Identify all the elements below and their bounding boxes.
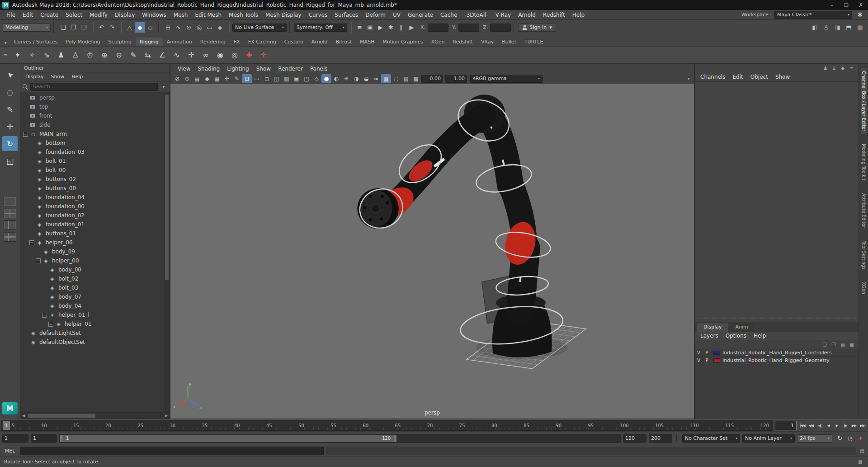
menu-v-ray[interactable]: V-Ray <box>492 12 514 18</box>
exposure-field[interactable]: 0.00 <box>421 75 443 83</box>
outliner-item-foundation-01[interactable]: foundation_01 <box>20 220 164 229</box>
minimize-button[interactable]: – <box>825 0 839 10</box>
shelf-tab-turtle[interactable]: TURTLE <box>520 38 547 46</box>
go-to-end-button[interactable]: ▶▶| <box>859 421 867 430</box>
mirror-skin-weights-icon[interactable]: ⇆ <box>141 48 155 62</box>
select-tool[interactable]: ➤ <box>2 67 18 82</box>
ao-icon[interactable]: ◒ <box>361 74 371 83</box>
playback-icon[interactable]: ▶ <box>406 22 417 33</box>
outliner-item-foundation-02[interactable]: foundation_02 <box>20 211 164 220</box>
ik-handle-icon[interactable]: ⇘ <box>39 48 54 62</box>
render-settings-icon[interactable]: ✱ <box>386 22 396 33</box>
menu-channels[interactable]: Channels <box>697 72 729 81</box>
shelf-tab-rigging[interactable]: Rigging <box>136 38 163 46</box>
lasso-tool[interactable]: ◌ <box>2 85 18 100</box>
layer-tab-anim[interactable]: Anim <box>729 323 755 332</box>
outliner-item-persp[interactable]: persp <box>20 93 164 102</box>
select-object-icon[interactable]: ◆ <box>135 22 145 33</box>
layer-options-icon[interactable]: ▦ <box>848 341 855 348</box>
field-chart-icon[interactable]: ▥ <box>282 74 292 83</box>
rotate-tool[interactable]: ↻ <box>2 136 18 151</box>
menu-layers[interactable]: Layers <box>697 332 722 340</box>
menu-uv[interactable]: UV <box>389 12 404 18</box>
sidebar-tab-xgen[interactable]: XGen <box>861 279 867 297</box>
save-scene-icon[interactable]: ❒ <box>79 22 89 33</box>
outliner-item-buttons-01[interactable]: buttons_01 <box>20 229 164 238</box>
shadows-icon[interactable]: ◑ <box>351 74 361 83</box>
move-tool[interactable]: ✛ <box>2 119 18 134</box>
step-back-key-button[interactable]: ◀| <box>816 421 824 430</box>
menu-surfaces[interactable]: Surfaces <box>331 12 362 18</box>
menu-curves[interactable]: Curves <box>305 12 331 18</box>
paint-skin-weights-icon[interactable]: ✎ <box>126 48 141 62</box>
menu-generate[interactable]: Generate <box>404 12 437 18</box>
outliner-item-buttons-02[interactable]: buttons_02 <box>20 175 164 184</box>
grease-pencil-icon[interactable]: ✎ <box>232 74 242 83</box>
menu-cache[interactable]: Cache <box>437 12 461 18</box>
sidebar-tab-channel-box-layer-editor[interactable]: Channel Box / Layer Editor <box>861 68 867 134</box>
pause-icon[interactable]: ‖ <box>396 22 406 33</box>
menu-help[interactable]: Help <box>68 72 86 81</box>
two-pane-layout-button[interactable] <box>4 220 16 230</box>
snap-projected-center-icon[interactable]: ◎ <box>194 22 204 33</box>
menu-edit[interactable]: Edit <box>19 12 37 18</box>
point-constraint-icon[interactable]: ◉ <box>213 48 227 62</box>
shelf-tab-sculpting[interactable]: Sculpting <box>104 38 136 46</box>
skeleton-icon[interactable]: ♟ <box>54 48 68 62</box>
channel-box-toggle-icon[interactable]: ▥ <box>855 22 865 33</box>
film-gate-icon[interactable]: ▭ <box>252 74 262 83</box>
menu-deform[interactable]: Deform <box>362 12 389 18</box>
humanik-toggle-icon[interactable]: ♙ <box>821 22 831 33</box>
layer-playback-toggle[interactable]: P <box>703 349 711 356</box>
shelf-tab-arnold[interactable]: Arnold <box>307 38 332 46</box>
range-handle[interactable]: 1 120 <box>60 435 396 442</box>
outliner-item-bolt-02[interactable]: bolt_02 <box>20 274 164 283</box>
menu-show[interactable]: Show <box>253 64 274 73</box>
menu-display[interactable]: Display <box>111 12 138 18</box>
grid-icon[interactable]: ⊞ <box>242 74 252 83</box>
command-result-field[interactable] <box>326 447 856 455</box>
paint-select-tool[interactable]: ✎ <box>2 102 18 117</box>
script-editor-icon[interactable]: ▤ <box>859 447 866 454</box>
textured-icon[interactable]: ◐ <box>331 74 341 83</box>
outliner-item-buttons-00[interactable]: buttons_00 <box>20 184 164 193</box>
shelf-tab-fx-caching[interactable]: FX Caching <box>244 38 280 46</box>
live-surface-selector[interactable]: No Live Surface ▾ <box>232 24 287 32</box>
shelf-options-icon[interactable]: ≡ <box>2 52 9 59</box>
playback-start-field[interactable]: 1 <box>31 434 57 443</box>
layer-visible-toggle[interactable]: V <box>695 357 703 364</box>
collapse-toggle-icon[interactable]: − <box>42 313 47 318</box>
outliner-item-main-arm[interactable]: −MAIN_arm <box>20 129 164 138</box>
menu-mesh[interactable]: Mesh <box>170 12 192 18</box>
safe-action-icon[interactable]: ▣ <box>292 74 302 83</box>
outliner-item-foundation-03[interactable]: foundation_03 <box>20 148 164 157</box>
outliner-item-helper-01-l[interactable]: −helper_01_l <box>20 310 164 319</box>
current-frame-field[interactable]: 1 <box>775 421 797 430</box>
x-coord-field[interactable] <box>428 24 448 32</box>
layer-new-icon[interactable]: ❐ <box>830 341 837 348</box>
outliner-item-defaultlightset[interactable]: defaultLightSet <box>20 329 164 338</box>
layer-playback-toggle[interactable]: P <box>703 357 711 364</box>
unbind-skin-icon[interactable]: ⊖ <box>112 48 126 62</box>
character-outline-icon[interactable]: ♙ <box>830 64 838 71</box>
mirror-control-icon[interactable]: ✛ <box>256 48 271 62</box>
collapse-toggle-icon[interactable]: − <box>36 258 41 263</box>
playback-end-field[interactable]: 120 <box>623 434 646 443</box>
outliner-item-body-09[interactable]: body_09 <box>20 247 164 256</box>
outliner-item-body-04[interactable]: body_04 <box>20 301 164 310</box>
auto-keyframe-icon[interactable]: ✦ <box>855 433 866 443</box>
outliner-item-foundation-00[interactable]: foundation_00 <box>20 202 164 211</box>
mel-input[interactable] <box>20 447 324 455</box>
shelf-tab-bullet[interactable]: Bullet <box>498 38 520 46</box>
pin-icon[interactable]: ◆ <box>839 64 846 71</box>
scroll-left-icon[interactable]: ◀ <box>20 414 27 418</box>
outliner-vscrollbar[interactable] <box>164 92 170 412</box>
time-slider-strip[interactable]: 1 51015202530354045505560657075808590951… <box>1 420 773 431</box>
select-hierarchy-icon[interactable]: △ <box>124 22 135 33</box>
character-set-selector[interactable]: No Character Set ▾ <box>682 434 740 443</box>
outliner-item-defaultobjectset[interactable]: defaultObjectSet <box>20 338 164 347</box>
y-coord-field[interactable] <box>458 24 479 32</box>
scale-tool[interactable]: ◱ <box>2 153 18 168</box>
menu-show[interactable]: Show <box>48 72 68 81</box>
panel-splitter[interactable] <box>698 319 856 322</box>
